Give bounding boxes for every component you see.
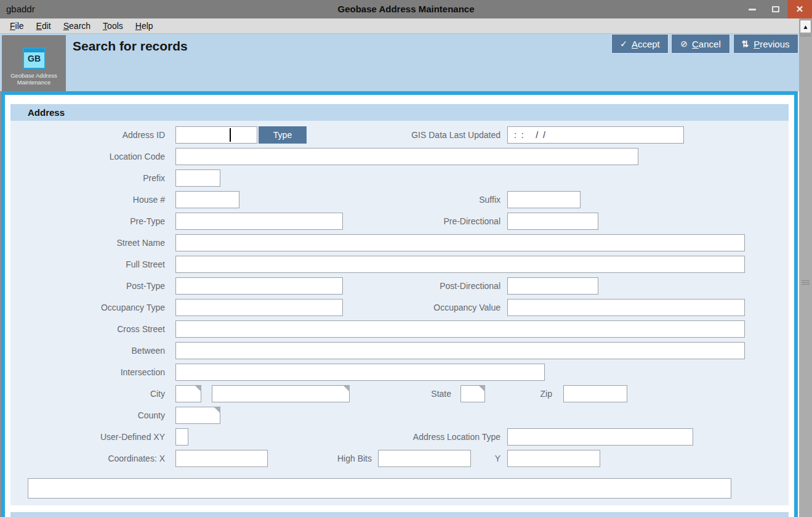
post-directional-label: Post-Directional (380, 277, 500, 295)
coordinates-y-label: Y (441, 450, 500, 467)
lookup-fold-icon (195, 386, 201, 392)
menu-tools[interactable]: Tools (97, 18, 129, 33)
post-type-label: Post-Type (10, 277, 165, 295)
coordinates-y-input[interactable] (507, 450, 600, 467)
type-button[interactable]: Type (259, 126, 307, 144)
user-defined-xy-label: User-Defined XY (10, 428, 165, 446)
gb-icon-text: GB (24, 54, 44, 63)
occupancy-value-input[interactable] (507, 299, 745, 316)
previous-button[interactable]: ⇄ Previous (733, 34, 798, 54)
maximize-button[interactable] (764, 0, 787, 18)
suffix-label: Suffix (380, 191, 500, 208)
menu-file[interactable]: File (4, 18, 30, 33)
vertical-scrollbar[interactable]: ▲ (799, 18, 812, 517)
street-name-input[interactable] (175, 234, 745, 251)
house-number-label: House # (10, 191, 165, 208)
previous-arrows-icon: ⇄ (741, 40, 750, 47)
gis-updated-input[interactable] (507, 126, 684, 144)
between-input[interactable] (175, 342, 745, 359)
previous-button-label: Previous (754, 39, 789, 49)
up-arrow-icon: ▲ (803, 23, 809, 30)
state-label: State (390, 385, 451, 402)
scrollbar-thumb-grip[interactable] (802, 280, 810, 286)
cross-street-input[interactable] (175, 320, 745, 338)
page-title: Search for records (73, 39, 188, 54)
menu-search[interactable]: Search (57, 18, 97, 33)
prefix-label: Prefix (10, 169, 165, 187)
city-name-input[interactable] (212, 385, 350, 402)
titlebar[interactable]: gbaddr Geobase Address Maintenance ✕ (0, 0, 812, 18)
maximize-icon (772, 6, 779, 12)
intersection-label: Intersection (10, 364, 165, 381)
coordinates-x-label: Coordinates: X (10, 450, 165, 467)
suffix-input[interactable] (507, 191, 581, 208)
location-code-input[interactable] (175, 148, 638, 165)
pre-directional-input[interactable] (507, 213, 598, 230)
address-id-label: Address ID (10, 126, 165, 144)
lookup-fold-icon (214, 407, 220, 413)
post-directional-input[interactable] (507, 277, 598, 295)
address-section-header: Address (10, 104, 789, 121)
app-icon-caption-line2: Maintenance (2, 79, 66, 86)
close-icon: ✕ (796, 4, 804, 15)
cancel-button[interactable]: ⊘ Cancel (671, 34, 730, 54)
text-caret (230, 128, 231, 142)
street-name-label: Street Name (10, 234, 165, 251)
zip-input[interactable] (563, 385, 627, 402)
cancel-button-label: Cancel (692, 39, 721, 49)
city-label: City (10, 385, 165, 402)
app-icon-caption: Geobase Address Maintenance (2, 72, 66, 86)
full-street-label: Full Street (10, 256, 165, 273)
menu-edit[interactable]: Edit (30, 18, 57, 33)
notes-input[interactable] (28, 478, 731, 499)
menubar: File Edit Search Tools Help (0, 18, 799, 34)
close-button[interactable]: ✕ (787, 0, 812, 18)
cross-street-label: Cross Street (10, 320, 165, 338)
location-code-label: Location Code (10, 148, 165, 165)
lookup-fold-icon (344, 386, 350, 392)
window-title: Geobase Address Maintenance (0, 0, 812, 18)
accept-button[interactable]: ✓ Accept (611, 34, 669, 54)
cancel-icon: ⊘ (680, 39, 688, 49)
coordinates-x-input[interactable] (175, 450, 268, 467)
pre-directional-label: Pre-Directional (380, 213, 500, 230)
address-location-type-input[interactable] (507, 428, 693, 446)
occupancy-type-input[interactable] (175, 299, 343, 316)
app-icon-caption-line1: Geobase Address (2, 72, 66, 79)
pre-type-label: Pre-Type (10, 213, 165, 230)
occupancy-value-label: Occupancy Value (380, 299, 500, 316)
post-type-input[interactable] (175, 277, 343, 295)
scrollbar-separator (800, 35, 811, 36)
app-icon-box: GB Geobase Address Maintenance (2, 35, 66, 91)
user-defined-xy-input[interactable] (175, 428, 188, 446)
prefix-input[interactable] (175, 169, 220, 187)
minimize-button[interactable] (741, 0, 764, 18)
menu-help[interactable]: Help (129, 18, 159, 33)
lookup-fold-icon (479, 386, 485, 392)
address-id-input[interactable] (175, 126, 257, 144)
gb-icon-titlebar (24, 49, 44, 52)
scroll-up-button[interactable]: ▲ (800, 20, 811, 33)
intersection-input[interactable] (175, 364, 545, 381)
address-form-panel: Address ID Type GIS Data Last Updated Lo… (10, 121, 789, 505)
gb-app-icon: GB (23, 47, 46, 69)
pre-type-input[interactable] (175, 213, 343, 230)
next-section-header-partial (10, 512, 789, 517)
accept-button-label: Accept (632, 39, 660, 49)
gis-updated-label: GIS Data Last Updated (356, 126, 500, 144)
app-window: gbaddr Geobase Address Maintenance ✕ Fil… (0, 0, 812, 517)
house-number-input[interactable] (175, 191, 239, 208)
zip-label: Zip (491, 385, 552, 402)
check-icon: ✓ (620, 39, 627, 49)
full-street-input[interactable] (175, 256, 745, 273)
occupancy-type-label: Occupancy Type (10, 299, 165, 316)
high-bits-label: High Bits (294, 450, 372, 467)
minimize-icon (749, 9, 756, 10)
county-label: County (10, 407, 165, 424)
address-location-type-label: Address Location Type (355, 428, 500, 446)
between-label: Between (10, 342, 165, 359)
